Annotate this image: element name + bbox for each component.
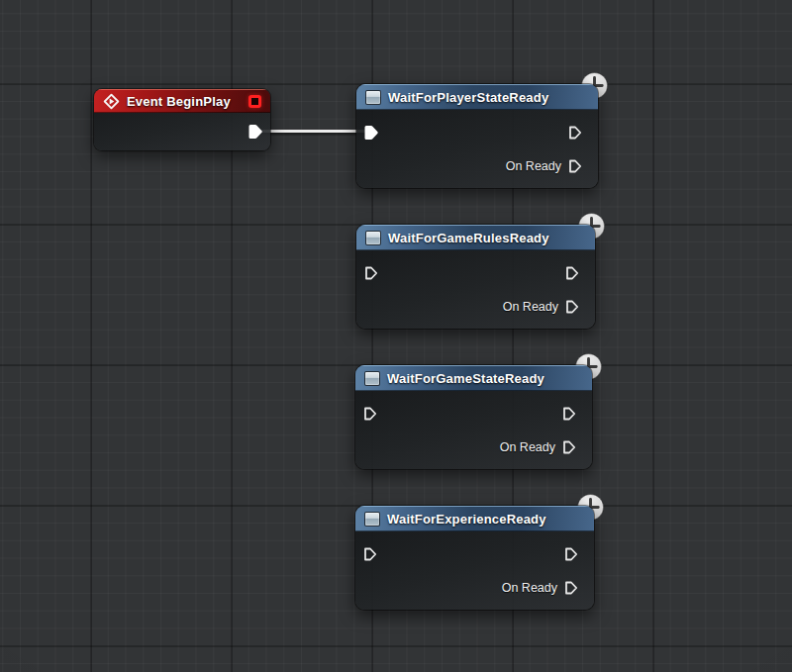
node-title: WaitForGameRulesReady: [388, 231, 549, 245]
event-icon: [103, 93, 120, 110]
node-wait-for-experience-ready[interactable]: WaitForExperienceReady On Ready: [355, 506, 594, 610]
on-ready-output-pin[interactable]: [563, 580, 579, 596]
exec-input-pin[interactable]: [363, 265, 379, 281]
event-node-header[interactable]: Event BeginPlay: [94, 89, 270, 113]
node-wait-for-player-state-ready[interactable]: WaitForPlayerStateReady On Ready: [356, 84, 598, 188]
exec-input-pin[interactable]: [362, 546, 378, 562]
on-ready-output-pin[interactable]: [561, 439, 577, 455]
node-wait-for-game-state-ready[interactable]: WaitForGameStateReady On Ready: [355, 365, 592, 469]
exec-input-pin[interactable]: [362, 406, 378, 422]
exec-output-pin[interactable]: [564, 265, 580, 281]
node-group-wait-player-state: WaitForPlayerStateReady On Ready: [356, 84, 598, 188]
node-group-wait-game-rules: WaitForGameRulesReady On Ready: [356, 225, 595, 329]
exec-output-pin[interactable]: [563, 546, 579, 562]
on-ready-pin-label: On Ready: [503, 300, 558, 314]
async-node-header[interactable]: WaitForPlayerStateReady: [356, 84, 598, 110]
node-wait-for-game-rules-ready[interactable]: WaitForGameRulesReady On Ready: [356, 225, 595, 329]
node-title: WaitForGameStateReady: [387, 371, 544, 386]
node-group-wait-experience: WaitForExperienceReady On Ready: [355, 506, 594, 610]
async-node-header[interactable]: WaitForGameRulesReady: [356, 225, 595, 250]
node-title: WaitForExperienceReady: [387, 512, 546, 527]
delegate-pin[interactable]: [248, 95, 261, 108]
on-ready-pin-label: On Ready: [502, 581, 557, 595]
async-node-header[interactable]: WaitForExperienceReady: [355, 506, 594, 531]
node-title: WaitForPlayerStateReady: [388, 90, 548, 105]
exec-output-pin[interactable]: [248, 124, 263, 140]
node-title: Event BeginPlay: [127, 94, 231, 109]
blueprint-graph-canvas[interactable]: Event BeginPlay WaitForPlayerStateReady: [0, 0, 792, 672]
async-function-icon: [365, 231, 381, 245]
exec-wire[interactable]: [257, 130, 370, 133]
async-function-icon: [365, 90, 381, 105]
on-ready-pin-label: On Ready: [506, 159, 561, 173]
node-group-wait-game-state: WaitForGameStateReady On Ready: [355, 365, 592, 469]
node-event-beginplay[interactable]: Event BeginPlay: [94, 89, 270, 150]
exec-output-pin[interactable]: [567, 125, 583, 141]
on-ready-output-pin[interactable]: [564, 299, 580, 315]
async-node-header[interactable]: WaitForGameStateReady: [355, 365, 592, 391]
exec-output-pin[interactable]: [561, 406, 577, 422]
on-ready-output-pin[interactable]: [567, 158, 583, 174]
async-function-icon: [364, 512, 380, 527]
on-ready-pin-label: On Ready: [500, 440, 555, 454]
async-function-icon: [364, 371, 380, 386]
exec-input-pin[interactable]: [363, 125, 379, 141]
